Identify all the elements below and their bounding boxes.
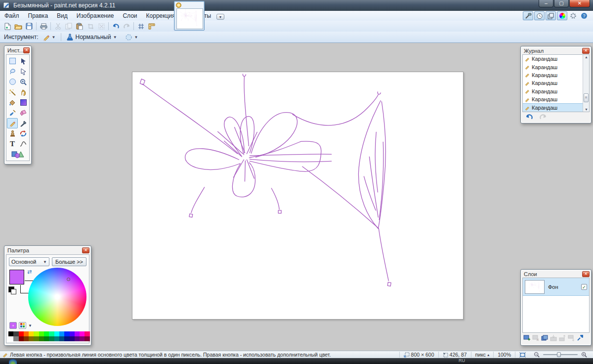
toggle-colors-button[interactable] bbox=[557, 11, 567, 20]
title-bar[interactable]: Безымянный - paint.net версия 4.2.11 – ▢… bbox=[0, 0, 593, 11]
tool-magic-wand[interactable] bbox=[7, 87, 18, 97]
palette-swatch[interactable] bbox=[8, 331, 13, 336]
palette-swatch[interactable] bbox=[34, 331, 39, 336]
tool-clone-stamp[interactable] bbox=[7, 128, 18, 139]
tool-color-picker[interactable] bbox=[18, 118, 29, 128]
tool-paintbrush[interactable] bbox=[7, 108, 18, 118]
history-panel-close-icon[interactable]: ✕ bbox=[582, 48, 590, 54]
canvas[interactable] bbox=[132, 72, 464, 320]
scroll-down-icon[interactable]: ▼ bbox=[585, 108, 588, 111]
palette-swatch[interactable] bbox=[59, 331, 64, 336]
menu-edit[interactable]: Правка bbox=[24, 11, 53, 20]
palette-swatch[interactable] bbox=[24, 331, 29, 336]
palette-swatch[interactable] bbox=[85, 336, 89, 341]
layer-properties-button[interactable] bbox=[576, 334, 584, 341]
palette-swatch[interactable] bbox=[13, 331, 18, 336]
palette-swatch[interactable] bbox=[29, 331, 34, 336]
zoom-in-icon[interactable] bbox=[581, 352, 587, 358]
history-entry[interactable]: Карандаш bbox=[523, 71, 589, 79]
palette-swatch[interactable] bbox=[39, 336, 44, 341]
swap-colors-icon[interactable]: ⇄ bbox=[27, 269, 32, 275]
palette-swatch[interactable] bbox=[44, 336, 49, 341]
minimize-button[interactable]: – bbox=[539, 0, 553, 7]
palette-swatch[interactable] bbox=[19, 331, 24, 336]
palette-swatch[interactable] bbox=[44, 331, 49, 336]
zoom-slider-thumb[interactable] bbox=[557, 352, 561, 357]
fit-window-button[interactable] bbox=[515, 352, 530, 358]
language-indicator[interactable]: RU bbox=[459, 358, 465, 363]
zoom-slider[interactable] bbox=[543, 354, 578, 355]
add-layer-button[interactable] bbox=[523, 334, 530, 341]
undo-arrow-icon[interactable] bbox=[525, 114, 534, 120]
toggle-history-button[interactable] bbox=[534, 11, 545, 20]
windows-taskbar[interactable]: RU bbox=[0, 358, 593, 364]
new-button[interactable] bbox=[2, 21, 13, 31]
palette-swatch[interactable] bbox=[75, 336, 80, 341]
scrollbar-thumb[interactable]: ≡ bbox=[584, 93, 589, 102]
menu-file[interactable]: Файл bbox=[0, 11, 24, 20]
palette-swatch[interactable] bbox=[75, 331, 80, 336]
open-button[interactable] bbox=[13, 21, 24, 31]
open-image-tab[interactable] bbox=[174, 1, 205, 31]
save-button[interactable] bbox=[24, 21, 35, 31]
tool-move-pixels[interactable] bbox=[18, 56, 29, 66]
print-button[interactable] bbox=[38, 21, 49, 31]
palette-swatch[interactable] bbox=[85, 331, 89, 336]
layers-panel-close-icon[interactable]: ✕ bbox=[582, 271, 590, 277]
start-button-icon[interactable] bbox=[9, 359, 17, 364]
duplicate-layer-button[interactable] bbox=[541, 334, 548, 341]
palette-swatch[interactable] bbox=[8, 336, 13, 341]
palette-swatch[interactable] bbox=[80, 336, 85, 341]
tool-text[interactable]: T bbox=[7, 139, 18, 149]
menu-view[interactable]: Вид bbox=[52, 11, 72, 20]
palette-swatch[interactable] bbox=[39, 331, 44, 336]
history-entry[interactable]: Карандаш bbox=[523, 87, 589, 95]
zoom-level-dropdown[interactable]: 100% bbox=[493, 352, 515, 358]
tool-selector[interactable]: ▼ bbox=[41, 33, 58, 41]
color-mode-dropdown[interactable]: Основной ▼ bbox=[9, 257, 49, 266]
tool-pencil[interactable] bbox=[7, 118, 18, 128]
tool-eraser[interactable] bbox=[18, 108, 29, 118]
palette-swatch[interactable] bbox=[70, 331, 75, 336]
palette-swatch[interactable] bbox=[54, 336, 59, 341]
help-button[interactable]: ? bbox=[579, 11, 589, 20]
palette-swatch[interactable] bbox=[54, 331, 59, 336]
selection-mode-selector[interactable]: ▼ bbox=[123, 33, 140, 41]
palette-manager-button[interactable] bbox=[19, 322, 26, 329]
palette-swatch[interactable] bbox=[29, 336, 34, 341]
tool-paint-bucket[interactable] bbox=[7, 97, 18, 108]
palette-swatch[interactable] bbox=[19, 336, 24, 341]
tool-lasso-select[interactable] bbox=[7, 66, 18, 77]
palette-swatch[interactable] bbox=[49, 336, 54, 341]
close-button[interactable]: ✕ bbox=[569, 0, 590, 7]
history-entry[interactable]: Карандаш bbox=[523, 79, 589, 87]
history-entry[interactable]: Карандаш bbox=[523, 55, 589, 63]
history-entry[interactable]: Карандаш bbox=[523, 63, 589, 71]
color-wheel[interactable] bbox=[28, 268, 86, 326]
menu-layers[interactable]: Слои bbox=[118, 11, 141, 20]
paste-button[interactable] bbox=[74, 21, 85, 31]
menu-image[interactable]: Изображение bbox=[72, 11, 119, 20]
blend-mode-selector[interactable]: Нормальный ▼ bbox=[65, 33, 119, 41]
zoom-out-icon[interactable] bbox=[534, 352, 540, 358]
tool-zoom[interactable] bbox=[18, 77, 29, 87]
tool-move-selection[interactable] bbox=[18, 66, 29, 77]
tool-gradient[interactable] bbox=[18, 97, 29, 108]
palette-swatch[interactable] bbox=[64, 331, 69, 336]
palette-swatch[interactable] bbox=[59, 336, 64, 341]
units-dropdown[interactable]: пикс▴ bbox=[471, 352, 494, 358]
reset-colors-icon[interactable] bbox=[8, 286, 14, 292]
palette-swatch[interactable] bbox=[34, 336, 39, 341]
image-list-chevron-icon[interactable]: ▼ bbox=[216, 14, 224, 20]
palette-swatch[interactable] bbox=[64, 336, 69, 341]
palette-swatch[interactable] bbox=[80, 331, 85, 336]
history-entry-selected[interactable]: Карандаш bbox=[523, 103, 589, 111]
tool-line-curve[interactable] bbox=[18, 139, 29, 149]
toggle-layers-button[interactable] bbox=[546, 11, 556, 20]
undo-button[interactable] bbox=[110, 21, 121, 31]
add-color-button[interactable]: + bbox=[9, 322, 17, 329]
palette-swatch[interactable] bbox=[70, 336, 75, 341]
chevron-down-icon[interactable]: ▼ bbox=[28, 324, 32, 328]
layer-row-background[interactable]: Фон ✓ bbox=[523, 278, 589, 296]
tool-recolor[interactable] bbox=[18, 128, 29, 139]
